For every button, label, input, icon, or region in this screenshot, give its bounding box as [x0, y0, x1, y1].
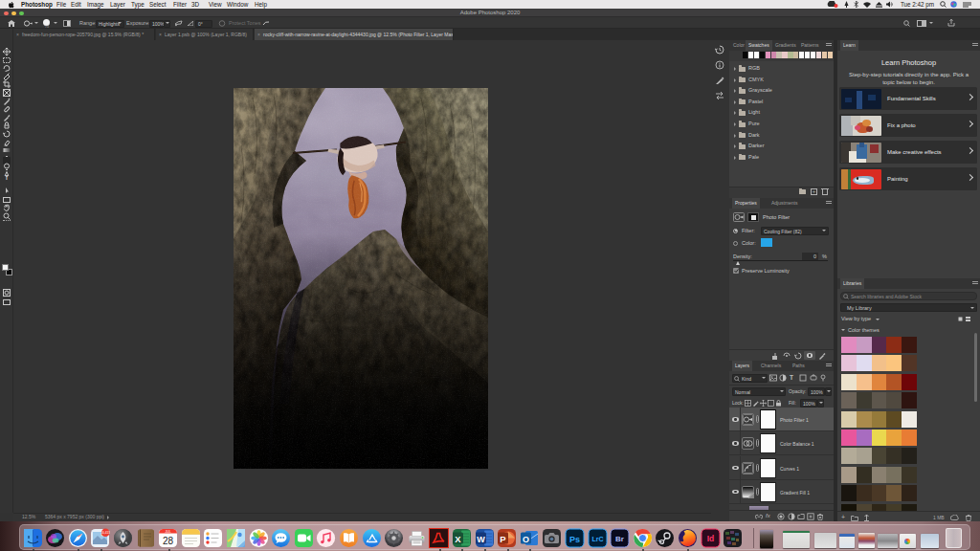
svg-text:X: X: [455, 533, 461, 543]
svg-text:P: P: [500, 533, 506, 543]
svg-text:W: W: [477, 534, 485, 543]
svg-text:LrC: LrC: [591, 535, 603, 541]
svg-text:Br: Br: [615, 535, 624, 543]
svg-text:O: O: [523, 534, 529, 543]
svg-text:28: 28: [163, 535, 174, 545]
svg-text:16,413: 16,413: [101, 531, 111, 535]
svg-text:JUL: JUL: [166, 529, 171, 533]
svg-text:Ps: Ps: [569, 534, 580, 543]
svg-text:Id: Id: [706, 534, 714, 543]
